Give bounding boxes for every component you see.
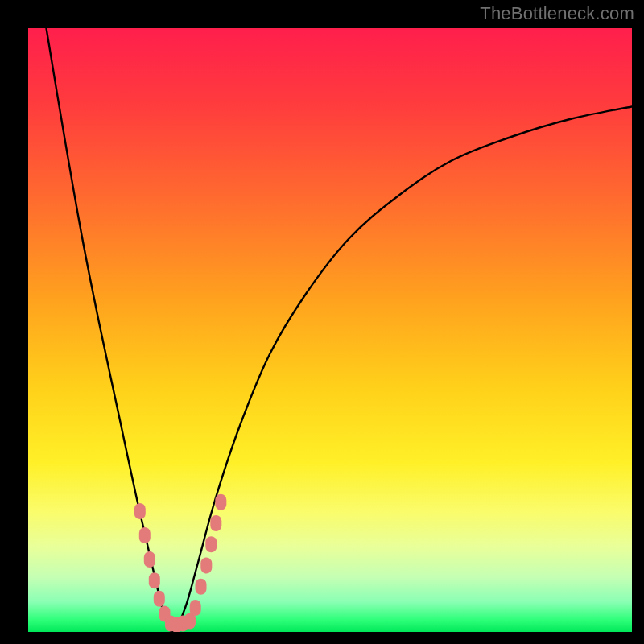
marker-dot	[149, 572, 160, 588]
marker-dot	[134, 503, 146, 519]
marker-dot	[210, 515, 221, 531]
highlighted-range-markers	[134, 494, 226, 632]
marker-dot	[144, 551, 155, 568]
marker-dot	[196, 579, 207, 595]
curve-layer	[28, 28, 632, 632]
watermark-text: TheBottleneck.com	[480, 3, 634, 24]
marker-dot	[205, 536, 217, 552]
marker-dot	[200, 558, 212, 574]
marker-dot	[154, 591, 165, 607]
bottleneck-curve	[47, 28, 633, 632]
plot-area	[28, 28, 632, 632]
marker-dot	[215, 494, 226, 510]
marker-dot	[139, 527, 151, 543]
marker-dot	[190, 600, 201, 616]
chart-frame: TheBottleneck.com	[0, 0, 644, 644]
